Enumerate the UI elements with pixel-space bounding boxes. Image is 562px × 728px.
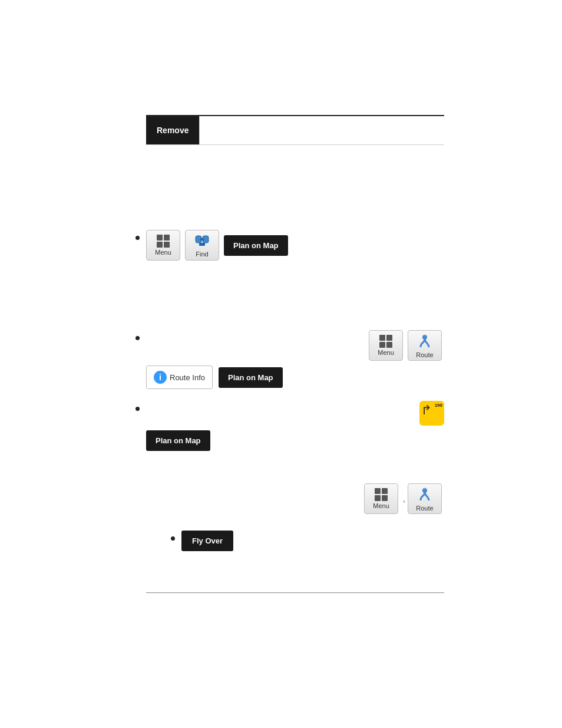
bullet-section-3: 190 ↰ Plan on Map xyxy=(146,401,444,451)
bullet-dot-flyover xyxy=(171,536,175,541)
table-empty-cell xyxy=(199,116,444,144)
find-icon-button[interactable]: Find xyxy=(185,230,219,261)
svg-rect-2 xyxy=(200,238,204,241)
route-icon-button-2[interactable]: Route xyxy=(408,483,442,514)
bullet-dot-2 xyxy=(135,336,140,340)
bullet-section-1: Menu Find Plan on Map xyxy=(146,230,444,261)
route-icon-button-1[interactable]: Route xyxy=(408,330,442,361)
section2: Menu Route i Route Info xyxy=(146,330,444,408)
menu-icon-button-3[interactable]: Menu xyxy=(364,483,398,514)
section1: Menu Find Plan on Map xyxy=(146,230,444,279)
route-label-1: Route xyxy=(416,351,433,358)
route-icon-1 xyxy=(416,332,434,350)
flyover-bullet-section: Fly Over xyxy=(146,531,444,551)
find-icon xyxy=(194,233,210,249)
comma-separator: , xyxy=(403,494,405,503)
bottom-divider xyxy=(146,592,444,593)
plan-on-map-button-2[interactable]: Plan on Map xyxy=(219,367,283,388)
remove-button[interactable]: Remove xyxy=(146,116,199,144)
menu-icon-button-2[interactable]: Menu xyxy=(369,330,403,361)
section3: 190 ↰ Plan on Map xyxy=(146,401,444,470)
icon-row-2a: Menu Route xyxy=(146,330,444,361)
menu-icon-button-1[interactable]: Menu xyxy=(146,230,180,261)
route-info-button[interactable]: i Route Info xyxy=(146,365,213,389)
menu-grid-icon-2 xyxy=(379,335,392,348)
menu-grid-icon-3 xyxy=(375,488,388,501)
flyover-section: Menu , Route Fly Over xyxy=(146,483,444,570)
flyover-btn-row: Fly Over xyxy=(181,531,444,551)
find-label: Find xyxy=(196,251,208,258)
nav-turn-icon: 190 ↰ xyxy=(419,401,444,426)
plan-on-map-button-3[interactable]: Plan on Map xyxy=(146,430,210,451)
menu-label-2: Menu xyxy=(378,349,394,356)
bullet-section-2: Menu Route i Route Info xyxy=(146,330,444,389)
bullet-dot-1 xyxy=(135,236,140,240)
table-row: Remove xyxy=(146,116,444,145)
icon-row-2b: i Route Info Plan on Map xyxy=(146,365,444,389)
svg-rect-3 xyxy=(199,243,205,246)
top-table: Remove xyxy=(146,115,444,145)
info-circle-icon: i xyxy=(154,371,167,384)
route-label-2: Route xyxy=(416,505,433,512)
fly-over-button[interactable]: Fly Over xyxy=(181,531,233,551)
page-wrapper: Remove Menu xyxy=(0,0,562,728)
nav-number: 190 xyxy=(435,403,442,408)
menu-label-1: Menu xyxy=(155,249,171,256)
icon-row-3: Plan on Map xyxy=(146,430,444,451)
menu-label-3: Menu xyxy=(373,502,389,509)
bullet-dot-3 xyxy=(135,407,140,411)
menu-grid-icon xyxy=(157,235,170,248)
plan-on-map-button-1[interactable]: Plan on Map xyxy=(224,235,288,256)
icon-row-1: Menu Find Plan on Map xyxy=(146,230,444,261)
turn-arrow-icon: ↰ xyxy=(421,403,432,418)
flyover-icon-row: Menu , Route xyxy=(146,483,444,514)
route-info-label: Route Info xyxy=(170,373,205,382)
route-icon-2 xyxy=(416,486,434,503)
nav-icon-inner: 190 ↰ xyxy=(421,403,442,424)
